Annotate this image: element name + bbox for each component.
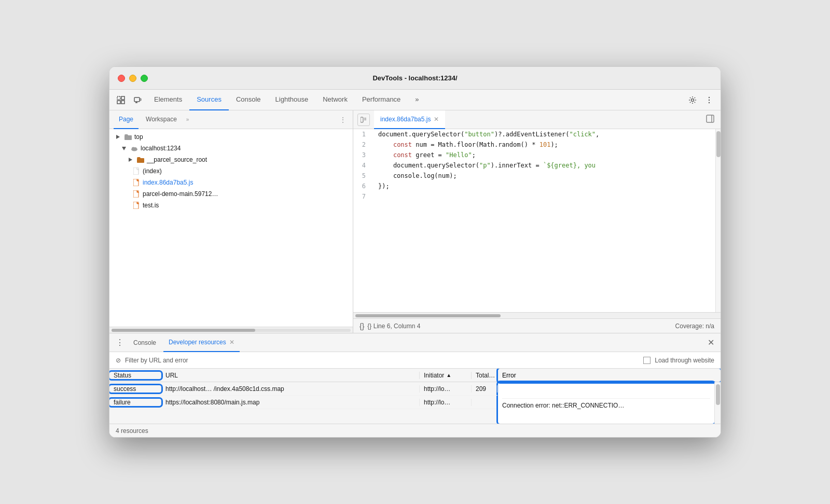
code-line-1: 1 document.querySelector("button")?.addE… <box>353 129 603 139</box>
svg-marker-18 <box>129 158 132 162</box>
svg-rect-19 <box>137 158 144 163</box>
code-scroll[interactable]: 1 document.querySelector("button")?.addE… <box>353 129 715 312</box>
code-line-7: 7 <box>353 191 603 202</box>
curly-braces-icon: {} <box>359 322 364 330</box>
file-orange2-icon <box>132 190 141 198</box>
code-editor-panel: index.86da7ba5.js ✕ 1 document.querySele… <box>353 110 721 333</box>
left-tabs: Page Workspace » ⋮ <box>109 110 353 129</box>
table-header: Status URL Initiator ▲ Total… <box>109 369 497 382</box>
bottom-panel: ⋮ Console Developer resources ✕ ✕ ⊘ Filt… <box>109 333 721 437</box>
tree-item-top[interactable]: top <box>109 131 353 143</box>
right-scrollbar[interactable] <box>715 129 721 312</box>
col-header-status: Status <box>109 372 161 379</box>
error-header: Error <box>498 369 721 382</box>
table-row[interactable]: failure https://localhost:8080/main.js.m… <box>109 396 497 409</box>
load-through-website-checkbox[interactable] <box>643 357 651 364</box>
minimize-button[interactable] <box>129 75 136 82</box>
editor-tab-close-icon[interactable]: ✕ <box>434 116 439 123</box>
tab-sources[interactable]: Sources <box>189 90 229 110</box>
tab-more[interactable]: » <box>408 90 426 110</box>
tree-item-localhost[interactable]: localhost:1234 <box>109 143 353 154</box>
svg-rect-13 <box>125 135 132 140</box>
code-line-6: 6 }); <box>353 181 603 191</box>
tab-workspace[interactable]: Workspace <box>141 110 182 129</box>
code-line-5: 5 console.log(num); <box>353 171 603 181</box>
file-orange3-icon <box>132 201 141 209</box>
code-line-3: 3 const greet = "Hello"; <box>353 150 603 160</box>
error-panel: Error Connection error: net::ERR_CONNECT… <box>497 369 721 424</box>
bottom-tabs: ⋮ Console Developer resources ✕ ✕ <box>109 333 721 352</box>
inspect-icon[interactable] <box>114 93 128 107</box>
left-scrollbar[interactable] <box>109 327 353 333</box>
code-line-4: 4 document.querySelector("p").innerText … <box>353 160 603 171</box>
error-scrollbar[interactable] <box>714 382 721 424</box>
developer-resources-close-icon[interactable]: ✕ <box>229 339 234 346</box>
tree-item-index-js[interactable]: index.86da7ba5.js <box>109 177 353 188</box>
tab-lighthouse[interactable]: Lighthouse <box>268 90 316 110</box>
devtools-window: DevTools - localhost:1234/ Elements <box>109 66 721 438</box>
tab-page[interactable]: Page <box>114 110 139 129</box>
resources-area: Status URL Initiator ▲ Total… <box>109 369 721 424</box>
bottom-tab-more-icon[interactable]: ⋮ <box>114 337 126 349</box>
window-title: DevTools - localhost:1234/ <box>372 74 457 82</box>
svg-point-10 <box>709 99 710 100</box>
svg-point-11 <box>709 102 710 103</box>
tree-item-parcel-main[interactable]: parcel-demo-main.59712… <box>109 188 353 200</box>
cell-total-1: 209 <box>472 385 497 393</box>
tab-developer-resources[interactable]: Developer resources ✕ <box>163 333 240 352</box>
col-header-url: URL <box>161 372 420 379</box>
horizontal-scrollbar[interactable] <box>353 312 721 318</box>
svg-point-9 <box>709 96 710 97</box>
close-button[interactable] <box>118 75 125 82</box>
table-row[interactable]: success http://localhost… /index.4a508c1… <box>109 382 497 396</box>
error-content: Connection error: net::ERR_CONNECTIO… <box>498 382 714 424</box>
folder-orange-icon <box>136 156 145 164</box>
tab-performance[interactable]: Performance <box>355 90 408 110</box>
tab-console[interactable]: Console <box>229 90 268 110</box>
cell-url-1: http://localhost… /index.4a508c1d.css.ma… <box>161 385 420 393</box>
cell-status-2: failure <box>109 399 161 406</box>
svg-rect-2 <box>117 101 120 104</box>
tab-console-bottom[interactable]: Console <box>128 333 161 352</box>
tabs-more-icon[interactable]: » <box>184 117 191 122</box>
cell-initiator-2: http://lo… <box>420 399 472 406</box>
title-bar: DevTools - localhost:1234/ <box>109 67 721 90</box>
code-area: 1 document.querySelector("button")?.addE… <box>353 129 721 312</box>
status-footer: 4 resources <box>109 424 721 437</box>
scrollbar-track <box>112 329 351 332</box>
cell-initiator-1: http://lo… <box>420 385 472 393</box>
file-orange-icon <box>132 178 141 187</box>
tree-item-index[interactable]: (index) <box>109 165 353 177</box>
device-icon[interactable] <box>130 93 145 107</box>
left-panel-more-icon[interactable]: ⋮ <box>337 116 349 124</box>
editor-tab-file[interactable]: index.86da7ba5.js ✕ <box>374 110 445 129</box>
svg-rect-1 <box>121 96 125 100</box>
cell-url-2: https://localhost:8080/main.js.map <box>161 399 420 406</box>
collapse-panel-icon[interactable] <box>704 115 716 125</box>
load-through-website-label: Load through website <box>655 357 714 364</box>
filter-label: Filter by URL and error <box>125 357 188 364</box>
cell-status-1: success <box>109 385 161 393</box>
left-panel: Page Workspace » ⋮ top <box>109 110 353 333</box>
svg-point-17 <box>134 147 137 149</box>
tab-network[interactable]: Network <box>315 90 355 110</box>
more-options-icon[interactable] <box>702 93 716 107</box>
maximize-button[interactable] <box>141 75 148 82</box>
filter-right: Load through website <box>643 357 714 364</box>
error-row-2: Connection error: net::ERR_CONNECTIO… <box>502 399 710 412</box>
tree-item-test[interactable]: test.is <box>109 200 353 211</box>
sort-arrow-icon: ▲ <box>446 372 451 378</box>
editor-tab-label: index.86da7ba5.js <box>380 116 431 123</box>
col-header-initiator: Initiator ▲ <box>420 372 472 379</box>
tab-elements[interactable]: Elements <box>147 90 189 110</box>
resource-count: 4 resources <box>116 427 148 435</box>
sidebar-toggle-icon[interactable] <box>357 114 370 126</box>
svg-rect-0 <box>117 96 120 100</box>
tree-item-parcel-root[interactable]: __parcel_source_root <box>109 154 353 165</box>
settings-icon[interactable] <box>685 93 700 107</box>
svg-rect-27 <box>707 115 714 122</box>
bottom-panel-close-icon[interactable]: ✕ <box>706 338 716 347</box>
traffic-lights <box>118 75 148 82</box>
svg-rect-20 <box>133 167 139 175</box>
file-tree: top localhost:1234 <box>109 129 353 327</box>
